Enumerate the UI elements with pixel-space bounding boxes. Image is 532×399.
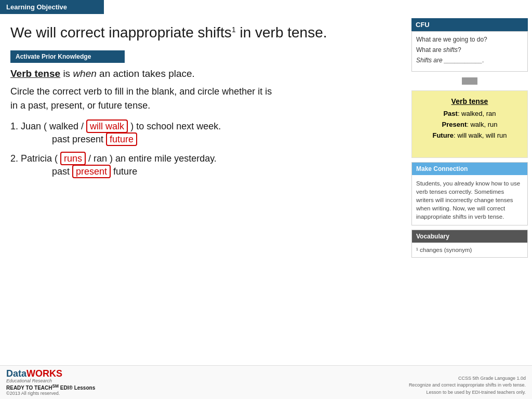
- cfu-question2: What are shifts?: [416, 46, 523, 54]
- right-panel: CFU What are we going to do? What are sh…: [407, 14, 532, 365]
- exercise-1-circled-tense: future: [106, 132, 137, 146]
- footer-right: CCSS 5th Grade Language 1.0d Recognize a…: [409, 375, 526, 396]
- footer-copyright: ©2013 All rights reserved.: [6, 391, 95, 396]
- cfu-question1: What are we going to do?: [416, 36, 523, 43]
- exercise-1-before-verb: Juan ( walked /: [21, 121, 84, 131]
- cfu-question3: Shifts are ___________.: [416, 57, 523, 64]
- cfu-header: CFU: [411, 18, 528, 31]
- sticky-title: Verb tense: [417, 97, 522, 105]
- sticky-present-label: Present: [442, 121, 467, 128]
- activate-prior-knowledge-bar: Activate Prior Knowledge: [10, 50, 125, 63]
- cfu-title: CFU: [416, 21, 430, 29]
- tab-spacer: [411, 76, 528, 86]
- make-connection-text: Students, you already know how to use ve…: [416, 180, 520, 220]
- sticky-future-examples: : will walk, will run: [454, 131, 507, 139]
- exercise-2-before-verb: Patricia (: [21, 153, 58, 164]
- exercise-1: 1. Juan ( walked / will walk ) to school…: [10, 121, 397, 145]
- footer-right-line2: Recognize and correct inappropriate shif…: [409, 382, 526, 389]
- cfu-q2-after: ?: [458, 46, 461, 54]
- footer-ready-label: READY TO TEACHSM EDI® Lessons: [6, 383, 95, 391]
- pk-rest1: is: [60, 68, 73, 79]
- sticky-past-label: Past: [443, 110, 457, 117]
- verb-tense-sticky: Verb tense Past: walked, ran Present: wa…: [411, 90, 528, 158]
- footer-right-line1: CCSS 5th Grade Language 1.0d: [409, 375, 526, 382]
- vocabulary-entry: ¹ changes (synonym): [416, 247, 472, 253]
- sticky-future-label: Future: [432, 131, 453, 139]
- verb-tense-term: Verb tense: [10, 68, 60, 79]
- circle-exercise-instruction: Circle the correct verb to fill in the b…: [10, 85, 397, 113]
- vocabulary-box: Vocabulary ¹ changes (synonym): [411, 230, 528, 258]
- make-connection-body: Students, you already know how to use ve…: [412, 175, 527, 225]
- exercise-1-line2: past present future: [10, 134, 397, 145]
- vocabulary-body: ¹ changes (synonym): [412, 243, 527, 257]
- footer-sm: SM: [52, 383, 59, 389]
- sticky-present-row: Present: walk, run: [417, 121, 522, 128]
- cfu-q2-before: What are: [416, 46, 443, 54]
- circle-line2: in a past, present, or future tense.: [10, 100, 150, 111]
- logo-data: Data: [6, 368, 26, 379]
- logo-works: WORKS: [26, 368, 62, 379]
- exercise-2-after-verb: / ran ) an entire mile yesterday.: [88, 153, 217, 164]
- cfu-body: What are we going to do? What are shifts…: [411, 31, 528, 72]
- slide: Learning Objective We will correct inapp…: [0, 0, 532, 399]
- cfu-q3-shifts: Shifts: [416, 57, 432, 64]
- exercise-2-line2: past present future: [10, 166, 397, 177]
- exercise-2-line1: 2. Patricia ( runs / ran ) an entire mil…: [10, 153, 397, 164]
- when-italic: when: [73, 68, 96, 79]
- cfu-q3-are: are: [432, 57, 444, 64]
- learning-objective-bar: Learning Objective: [0, 0, 104, 14]
- make-connection-header: Make Connection: [412, 163, 527, 175]
- exercise-2: 2. Patricia ( runs / ran ) an entire mil…: [10, 153, 397, 177]
- exercise-2-tense-after: future: [113, 166, 137, 177]
- vocabulary-title: Vocabulary: [416, 233, 449, 240]
- cfu-shifts: shifts: [443, 46, 458, 54]
- sticky-present-examples: : walk, run: [467, 121, 497, 128]
- exercise-2-tense-before: past: [52, 166, 70, 177]
- exercise-1-number: 1.: [10, 121, 18, 131]
- content-area: We will correct inappropriate shifts1 in…: [0, 14, 532, 365]
- exercise-2-number: 2.: [10, 153, 18, 164]
- footer-ready: READY TO TEACH: [6, 385, 52, 391]
- exercise-2-circled-tense: present: [72, 165, 111, 178]
- make-connection-title: Make Connection: [416, 165, 468, 172]
- tab-indicator: [462, 77, 477, 85]
- exercise-1-line1: 1. Juan ( walked / will walk ) to school…: [10, 121, 397, 132]
- vocabulary-header: Vocabulary: [412, 230, 527, 243]
- cfu-blank: ___________.: [444, 57, 484, 64]
- objective-text-after: in verb tense.: [236, 24, 327, 41]
- main-objective-text: We will correct inappropriate shifts1 in…: [10, 19, 397, 42]
- learning-objective-label: Learning Objective: [6, 3, 67, 11]
- sticky-future-row: Future: will walk, will run: [417, 131, 522, 139]
- make-connection-box: Make Connection Students, you already kn…: [411, 162, 528, 225]
- footer-edu-research: Educational Research: [6, 378, 95, 383]
- sticky-past-row: Past: walked, ran: [417, 110, 522, 117]
- circle-line1: Circle the correct verb to fill in the b…: [10, 86, 272, 97]
- exercise-1-after-verb: ) to school next week.: [130, 121, 221, 131]
- activate-bar-label: Activate Prior Knowledge: [16, 53, 91, 60]
- footer-right-line3: Lesson to be used by EDI-trained teacher…: [409, 389, 526, 396]
- verb-tense-definition: Verb tense is when an action takes place…: [10, 68, 397, 79]
- exercise-1-circled-verb: will walk: [86, 119, 128, 133]
- exercise-1-tense-before: past present: [52, 134, 103, 144]
- dataworks-logo: DataWORKS: [6, 369, 95, 378]
- footer-left: DataWORKS Educational Research READY TO …: [6, 369, 95, 396]
- exercise-2-circled-verb: runs: [60, 152, 86, 165]
- footer-edi: EDI® Lessons: [59, 385, 95, 391]
- pk-rest2: an action takes place.: [97, 68, 195, 79]
- footer: DataWORKS Educational Research READY TO …: [0, 365, 532, 399]
- objective-text-before: We will correct inappropriate shifts: [10, 24, 232, 41]
- sticky-past-examples: : walked, ran: [458, 110, 496, 117]
- objective-superscript: 1: [232, 25, 236, 34]
- left-panel: We will correct inappropriate shifts1 in…: [0, 14, 407, 365]
- cfu-box: CFU What are we going to do? What are sh…: [411, 18, 528, 72]
